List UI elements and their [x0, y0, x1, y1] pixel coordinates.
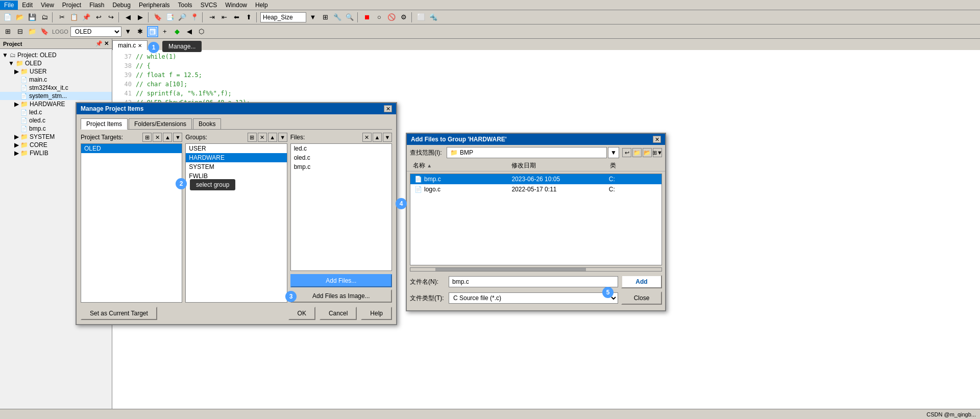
- bookmark4-btn[interactable]: 📍: [189, 12, 200, 23]
- manage-target-btn[interactable]: ⊞: [147, 26, 158, 37]
- copy2-btn[interactable]: ⊞: [320, 12, 331, 23]
- t2-btn1[interactable]: ⊞: [2, 26, 13, 37]
- tree-system[interactable]: 📄 system_stm...: [0, 92, 112, 100]
- col-name-header[interactable]: 名称 ▲: [413, 161, 511, 170]
- file-row-logo[interactable]: 📄 logo.c 2022-05-17 0:11 C:: [410, 184, 662, 194]
- manage-help-btn[interactable]: Help: [361, 307, 392, 320]
- add-button[interactable]: Add: [621, 275, 662, 288]
- file-down-btn[interactable]: ▼: [383, 133, 392, 142]
- t2-dd-arrow[interactable]: ▼: [122, 26, 134, 37]
- file-row-bmp[interactable]: 📄 bmp.c 2023-06-26 10:05 C:: [410, 174, 662, 184]
- view-btn[interactable]: ⬜: [415, 12, 427, 23]
- file-ledc[interactable]: led.c: [291, 144, 391, 153]
- group-hardware[interactable]: HARDWARE: [186, 153, 286, 162]
- t2-btn7[interactable]: ⬡: [196, 26, 207, 37]
- nav-up-btn[interactable]: ↩: [622, 148, 631, 157]
- bookmark3-btn[interactable]: 🔎: [177, 12, 188, 23]
- oled-dropdown[interactable]: OLED: [70, 27, 121, 37]
- manage-close-btn[interactable]: ✕: [384, 105, 392, 112]
- hscroll[interactable]: [410, 267, 662, 272]
- tab-books[interactable]: Books: [193, 118, 221, 129]
- target-up-btn[interactable]: ▲: [163, 133, 172, 142]
- save-all-btn[interactable]: 🗂: [39, 12, 50, 23]
- t2-btn3[interactable]: 📁: [27, 26, 38, 37]
- menu-edit[interactable]: Edit: [18, 1, 37, 10]
- menu-peripherals[interactable]: Peripherals: [135, 1, 174, 10]
- build-btn[interactable]: 🔧: [332, 12, 343, 23]
- nav-back-btn[interactable]: ◀: [122, 12, 134, 23]
- add-files-image-btn[interactable]: Add Files as Image...: [290, 289, 392, 303]
- file-bmpc[interactable]: bmp.c: [291, 162, 391, 171]
- nav-fwd-btn[interactable]: ▶: [135, 12, 146, 23]
- bookmark2-btn[interactable]: 📑: [164, 12, 176, 23]
- manage-ok-btn[interactable]: OK: [288, 307, 315, 320]
- nav-new-folder-btn[interactable]: 📂: [643, 148, 652, 157]
- target-oled[interactable]: OLED: [81, 144, 182, 153]
- filename-input[interactable]: [449, 276, 618, 287]
- nav-folder-btn[interactable]: 📁: [632, 148, 642, 157]
- tab-folders[interactable]: Folders/Extensions: [129, 118, 192, 129]
- undo-btn[interactable]: ↩: [93, 12, 104, 23]
- fmt2-btn[interactable]: ⬆: [243, 12, 254, 23]
- t2-btn5[interactable]: +: [159, 26, 170, 37]
- tab-project-items[interactable]: Project Items: [81, 118, 128, 130]
- hscroll-thumb[interactable]: [435, 268, 586, 271]
- fmt-btn[interactable]: ⬅: [231, 12, 242, 23]
- location-dropdown-arrow[interactable]: ▼: [608, 147, 619, 158]
- redo-btn[interactable]: ↪: [105, 12, 116, 23]
- group-del-btn[interactable]: ✕: [258, 133, 267, 142]
- t2-btn4[interactable]: 🔖: [39, 26, 50, 37]
- outdent-btn[interactable]: ⇤: [218, 12, 230, 23]
- filetype-select[interactable]: C Source file (*.c): [449, 292, 618, 304]
- group-new-btn[interactable]: ⊞: [248, 133, 257, 142]
- menu-file[interactable]: File: [0, 1, 18, 10]
- menu-project[interactable]: Project: [58, 1, 85, 10]
- file-oledc[interactable]: oled.c: [291, 153, 391, 162]
- tree-mainc[interactable]: 📄 main.c: [0, 76, 112, 84]
- tree-stm32[interactable]: 📄 stm32f4xx_it.c: [0, 84, 112, 92]
- find-btn[interactable]: 🔍: [344, 12, 355, 23]
- group-user[interactable]: USER: [186, 144, 286, 153]
- manage-cancel-btn[interactable]: Cancel: [320, 307, 357, 320]
- file-del-btn[interactable]: ✕: [362, 133, 372, 142]
- open-btn[interactable]: 📂: [14, 12, 26, 23]
- t2-btn6[interactable]: ◀: [184, 26, 195, 37]
- forbid-btn[interactable]: 🚫: [386, 12, 397, 23]
- menu-debug[interactable]: Debug: [109, 1, 135, 10]
- set-current-target-btn[interactable]: Set as Current Target: [81, 307, 157, 320]
- save-btn[interactable]: 💾: [27, 12, 38, 23]
- group-down-btn[interactable]: ▼: [278, 133, 287, 142]
- tab-mainc[interactable]: main.c ✕: [112, 40, 148, 50]
- add-files-btn[interactable]: Add Files...: [290, 274, 392, 287]
- panel-pin-btn[interactable]: 📌: [95, 40, 103, 47]
- tree-root[interactable]: ▼ 🗂 Project: OLED: [0, 51, 112, 59]
- menu-view[interactable]: View: [37, 1, 58, 10]
- menu-tools[interactable]: Tools: [174, 1, 197, 10]
- add-files-close-btn[interactable]: ✕: [653, 136, 661, 143]
- nav-view-btn[interactable]: ⊞▼: [653, 148, 662, 157]
- circle-btn[interactable]: ○: [374, 12, 385, 23]
- cut-btn[interactable]: ✂: [56, 12, 67, 23]
- stop-btn[interactable]: ⏹: [361, 12, 373, 23]
- group-system[interactable]: SYSTEM: [186, 162, 286, 171]
- new-btn[interactable]: 📄: [2, 12, 13, 23]
- tree-user[interactable]: ▶ 📁 USER: [0, 67, 112, 76]
- group-fwlib[interactable]: FWLIB: [186, 171, 286, 181]
- menu-help[interactable]: Help: [251, 1, 272, 10]
- tab-close-icon[interactable]: ✕: [138, 43, 142, 48]
- t2-star-btn[interactable]: ✱: [135, 26, 146, 37]
- target-down-btn[interactable]: ▼: [173, 133, 182, 142]
- t2-diamond-btn[interactable]: ◆: [172, 26, 183, 37]
- dropdown-arrow[interactable]: ▼: [307, 12, 318, 23]
- group-up-btn[interactable]: ▲: [268, 133, 277, 142]
- bookmark-btn[interactable]: 🔖: [152, 12, 163, 23]
- settings-btn[interactable]: 🔩: [428, 12, 439, 23]
- panel-close-btn[interactable]: ✕: [104, 40, 109, 47]
- menu-svcs[interactable]: SVCS: [197, 1, 222, 10]
- menu-window[interactable]: Window: [221, 1, 251, 10]
- paste-btn[interactable]: 📌: [81, 12, 92, 23]
- target-del-btn[interactable]: ✕: [153, 133, 162, 142]
- copy-btn[interactable]: 📋: [68, 12, 80, 23]
- add-files-close-bottom-btn[interactable]: Close: [621, 291, 662, 305]
- t2-btn2[interactable]: ⊟: [14, 26, 26, 37]
